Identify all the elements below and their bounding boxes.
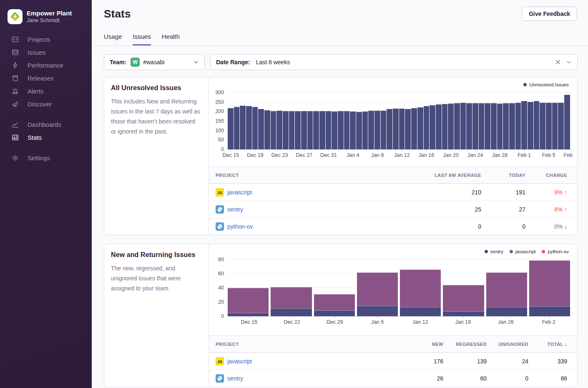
y-axis-tick-label: 300 — [215, 90, 224, 96]
segment-javascript — [529, 260, 570, 307]
bar[interactable] — [430, 105, 435, 149]
org-switcher[interactable]: Empower Plant Jane Schmidt — [0, 0, 92, 24]
sidebar-item-settings[interactable]: Settings — [0, 151, 92, 164]
bar[interactable] — [521, 101, 527, 149]
sidebar-item-issues[interactable]: Issues — [0, 46, 92, 59]
column-header-total[interactable]: Total↓ — [528, 342, 567, 347]
bar[interactable] — [479, 103, 485, 149]
bar[interactable] — [472, 103, 478, 149]
bar[interactable] — [564, 95, 570, 149]
sidebar-item-performance[interactable]: Performance — [0, 59, 92, 72]
sidebar-item-projects[interactable]: Projects — [0, 33, 92, 46]
bar[interactable] — [436, 104, 442, 149]
bar[interactable] — [276, 111, 282, 149]
bar-jan-19[interactable] — [443, 260, 484, 316]
bar[interactable] — [497, 103, 503, 149]
sidebar-item-alerts[interactable]: Alerts — [0, 85, 92, 98]
bar-dec-22[interactable] — [271, 260, 312, 316]
give-feedback-button[interactable]: Give Feedback — [522, 7, 577, 21]
bar[interactable] — [442, 104, 448, 149]
bar[interactable] — [448, 103, 454, 149]
bar[interactable] — [228, 108, 234, 149]
bar[interactable] — [301, 111, 307, 149]
bar[interactable] — [540, 103, 545, 149]
bar[interactable] — [454, 103, 460, 149]
column-header-change[interactable]: Change — [525, 173, 567, 178]
tab-health[interactable]: Health — [162, 33, 180, 45]
sidebar-item-dashboards[interactable]: Dashboards — [0, 118, 92, 131]
column-header-regressed[interactable]: Regressed — [443, 342, 487, 347]
bar[interactable] — [344, 111, 350, 149]
bar[interactable] — [424, 106, 430, 149]
daily-bars[interactable] — [228, 93, 570, 149]
bar-jan-5[interactable] — [357, 260, 398, 316]
bar[interactable] — [319, 111, 325, 149]
column-header-today[interactable]: Today — [481, 173, 525, 178]
bar[interactable] — [460, 103, 466, 149]
bar[interactable] — [558, 103, 564, 149]
bar[interactable] — [246, 106, 252, 149]
bar[interactable] — [295, 111, 301, 149]
bar[interactable] — [368, 111, 374, 149]
bar[interactable] — [417, 107, 423, 149]
bar[interactable] — [338, 111, 344, 149]
column-header-project[interactable]: Project — [216, 173, 415, 178]
column-header-last-8w-average[interactable]: Last 8w Average — [415, 173, 481, 178]
bar[interactable] — [466, 103, 472, 149]
date-range-select[interactable]: Date Range: Last 8 weeks — [210, 54, 578, 70]
bar[interactable] — [399, 108, 405, 149]
tab-issues[interactable]: Issues — [133, 33, 151, 45]
bar[interactable] — [240, 106, 246, 149]
project-link-python-ov[interactable]: python-ov — [227, 223, 253, 230]
bar-jan-12[interactable] — [400, 260, 441, 316]
team-select[interactable]: Team: W #wasabi — [104, 54, 205, 70]
bar-dec-29[interactable] — [314, 260, 355, 316]
tab-usage[interactable]: Usage — [104, 33, 122, 45]
stacked-bars[interactable] — [228, 260, 570, 316]
bar[interactable] — [283, 111, 289, 149]
project-link-javascript[interactable]: javascript — [227, 358, 252, 365]
bar[interactable] — [374, 111, 380, 149]
bar[interactable] — [252, 107, 258, 149]
bar[interactable] — [234, 107, 240, 149]
bar[interactable] — [515, 103, 521, 149]
bar[interactable] — [528, 102, 533, 149]
bar[interactable] — [411, 108, 417, 149]
bar[interactable] — [313, 111, 319, 149]
project-link-javascript[interactable]: javascript — [227, 189, 252, 196]
bar[interactable] — [503, 103, 509, 149]
bar[interactable] — [289, 111, 295, 149]
bar[interactable] — [362, 111, 368, 149]
bar[interactable] — [405, 109, 411, 149]
bar[interactable] — [356, 112, 362, 149]
bar-feb-2[interactable] — [529, 260, 570, 316]
bar[interactable] — [491, 103, 497, 149]
bar[interactable] — [509, 103, 515, 149]
bar[interactable] — [534, 101, 540, 150]
bar[interactable] — [381, 111, 387, 149]
bar[interactable] — [264, 110, 270, 149]
sidebar-item-discover[interactable]: Discover — [0, 98, 92, 111]
project-link-sentry[interactable]: sentry — [227, 206, 243, 213]
bar[interactable] — [307, 111, 313, 149]
sidebar-item-releases[interactable]: Releases — [0, 72, 92, 85]
bar[interactable] — [326, 111, 332, 149]
column-header-project[interactable]: Project — [216, 342, 402, 347]
column-header-new[interactable]: New — [402, 342, 443, 347]
bar[interactable] — [350, 111, 356, 149]
bar[interactable] — [332, 111, 337, 149]
bar[interactable] — [552, 103, 558, 149]
project-link-sentry[interactable]: sentry — [227, 375, 243, 382]
clear-icon[interactable] — [555, 59, 561, 65]
bar[interactable] — [393, 108, 399, 149]
sidebar-item-stats[interactable]: Stats — [0, 131, 92, 144]
bar[interactable] — [485, 103, 490, 149]
bar[interactable] — [546, 103, 552, 149]
bar-jan-26[interactable] — [486, 260, 527, 316]
bar[interactable] — [271, 111, 276, 149]
bar[interactable] — [258, 109, 264, 149]
bar-dec-15[interactable] — [228, 260, 269, 316]
bar[interactable] — [387, 109, 392, 149]
python-icon — [216, 374, 224, 383]
column-header-unignored[interactable]: Unignored — [487, 342, 528, 347]
